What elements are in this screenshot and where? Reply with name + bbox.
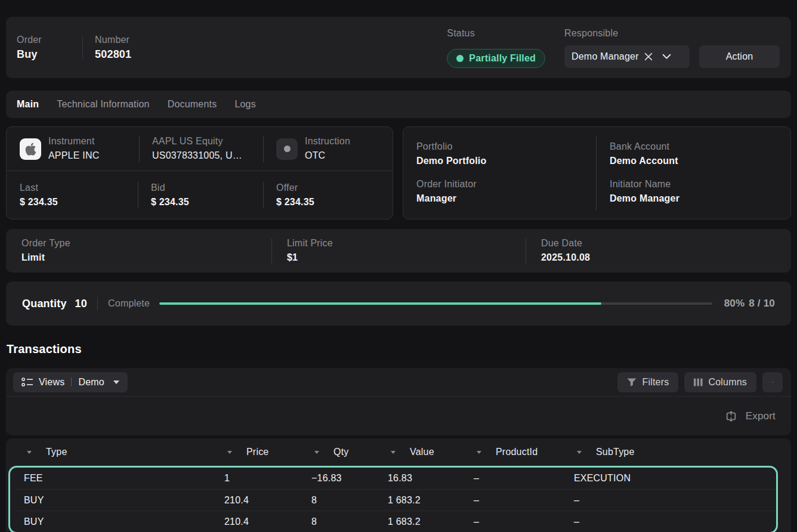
cell-value: 16.83 xyxy=(379,473,465,484)
equity-value: US0378331005, U… xyxy=(152,149,242,162)
column-header-value[interactable]: Value xyxy=(379,438,465,466)
divider xyxy=(82,36,83,59)
table-row-fee[interactable]: FEE 1 −16.83 16.83 – EXECUTION xyxy=(16,468,776,489)
filters-label: Filters xyxy=(642,377,669,388)
quantity-label: Quantity xyxy=(22,298,67,310)
export-row: Export xyxy=(6,397,791,435)
instruction-cell: Instruction OTC xyxy=(263,127,393,171)
due-date-label: Due Date xyxy=(541,237,791,249)
divider xyxy=(97,297,98,310)
tab-documents[interactable]: Documents xyxy=(168,99,217,110)
portfolio-value: Demo Portfolio xyxy=(416,154,596,168)
offer-label: Offer xyxy=(276,182,314,193)
cell-qty: 8 xyxy=(303,495,379,506)
tab-logs[interactable]: Logs xyxy=(234,99,256,110)
quote-offer: Offer $ 234.35 xyxy=(263,171,393,219)
refresh-icon xyxy=(772,377,773,388)
quote-bid: Bid $ 234.35 xyxy=(138,171,263,219)
offer-value: $ 234.35 xyxy=(276,196,314,209)
table-header-row: Type Price Qty Value ProductId SubType xyxy=(6,438,791,466)
column-header-price[interactable]: Price xyxy=(216,438,303,466)
chevron-down-icon[interactable] xyxy=(662,54,671,60)
selected-transactions-group: FEE 1 −16.83 16.83 – EXECUTION BUY 210.4… xyxy=(8,466,778,532)
complete-label: Complete xyxy=(108,298,150,309)
due-date-field: Due Date 2025.10.08 xyxy=(526,229,791,273)
column-label: Qty xyxy=(333,447,349,457)
column-header-qty[interactable]: Qty xyxy=(303,438,379,466)
column-label: Value xyxy=(410,447,434,457)
bank-account-label: Bank Account xyxy=(610,141,790,152)
bank-account-value: Demo Account xyxy=(610,154,790,168)
portfolio-field: Portfolio Demo Portfolio xyxy=(403,135,596,173)
refresh-button[interactable] xyxy=(762,372,783,392)
views-icon xyxy=(21,378,33,386)
order-label: Order xyxy=(17,34,70,45)
sort-icon xyxy=(27,451,32,454)
tab-main[interactable]: Main xyxy=(17,99,39,110)
order-type-label: Order Type xyxy=(21,237,271,249)
instruction-value: OTC xyxy=(305,149,350,162)
limit-price-value: $1 xyxy=(287,251,526,264)
table-row-buy-1[interactable]: BUY 210.4 8 1 683.2 – – xyxy=(16,489,776,511)
columns-button[interactable]: Columns xyxy=(684,372,756,392)
quote-last: Last $ 234.35 xyxy=(7,171,138,219)
instrument-top-row: Instrument APPLE INC AAPL US Equity US03… xyxy=(7,127,393,171)
number-field: Number 502801 xyxy=(95,34,131,61)
cell-qty: −16.83 xyxy=(303,473,379,484)
status-dot-icon xyxy=(456,55,464,62)
limit-price-field: Limit Price $1 xyxy=(271,229,526,273)
columns-label: Columns xyxy=(708,377,747,388)
order-initiator-label: Order Initiator xyxy=(416,178,596,190)
column-label: Price xyxy=(246,447,268,457)
cell-type: BUY xyxy=(16,516,216,527)
column-header-productid[interactable]: ProductId xyxy=(465,438,566,466)
table-row-buy-2[interactable]: BUY 210.4 8 1 683.2 – – xyxy=(16,511,776,532)
instrument-cell: Instrument APPLE INC xyxy=(7,127,139,171)
clear-icon[interactable] xyxy=(644,52,653,61)
sort-icon xyxy=(227,451,232,454)
responsible-label: Responsible xyxy=(564,27,690,39)
cell-value: 1 683.2 xyxy=(379,516,465,527)
cell-productid: – xyxy=(465,516,566,527)
divider xyxy=(71,378,72,386)
order-params-card: Order Type Limit Limit Price $1 Due Date… xyxy=(6,229,791,273)
filter-icon xyxy=(627,378,637,386)
cell-price: 210.4 xyxy=(216,495,303,506)
action-button[interactable]: Action xyxy=(699,45,780,68)
order-type-value: Limit xyxy=(21,251,271,264)
due-date-value: 2025.10.08 xyxy=(541,251,791,264)
export-icon xyxy=(725,411,737,422)
order-value: Buy xyxy=(17,48,70,61)
dropdown-caret-icon xyxy=(113,381,119,384)
order-field: Order Buy xyxy=(17,34,70,61)
cell-qty: 8 xyxy=(303,516,379,527)
responsible-select[interactable]: Demo Manager xyxy=(564,45,690,68)
sort-icon xyxy=(391,451,396,454)
column-header-type[interactable]: Type xyxy=(16,438,216,466)
instrument-name: APPLE INC xyxy=(48,149,99,162)
sort-icon xyxy=(577,451,582,454)
instrument-label: Instrument xyxy=(48,135,99,147)
order-details-card: Portfolio Demo Portfolio Bank Account De… xyxy=(403,126,791,219)
views-button[interactable]: Views Demo xyxy=(13,372,128,392)
initiator-name-label: Initiator Name xyxy=(610,178,790,190)
bid-value: $ 234.35 xyxy=(151,196,189,209)
cell-subtype: EXECUTION xyxy=(566,473,776,484)
views-label: Views xyxy=(39,377,64,388)
column-header-subtype[interactable]: SubType xyxy=(566,438,791,466)
export-button[interactable]: Export xyxy=(725,410,776,422)
equity-cell: AAPL US Equity US0378331005, U… xyxy=(139,127,263,171)
instruction-label: Instruction xyxy=(305,135,350,147)
tab-bar: Main Technical Information Documents Log… xyxy=(6,91,791,118)
status-badge: Partially Filled xyxy=(447,49,545,68)
tab-technical-information[interactable]: Technical Information xyxy=(57,99,149,110)
instruction-icon xyxy=(276,138,298,160)
column-label: SubType xyxy=(596,447,635,457)
filters-button[interactable]: Filters xyxy=(617,372,678,392)
status-text: Partially Filled xyxy=(469,53,536,64)
bid-label: Bid xyxy=(151,182,189,193)
initiator-name-value: Demo Manager xyxy=(610,192,790,205)
transactions-title: Transactions xyxy=(7,342,797,356)
progress-bar xyxy=(159,302,712,305)
order-initiator-value: Manager xyxy=(416,192,596,205)
